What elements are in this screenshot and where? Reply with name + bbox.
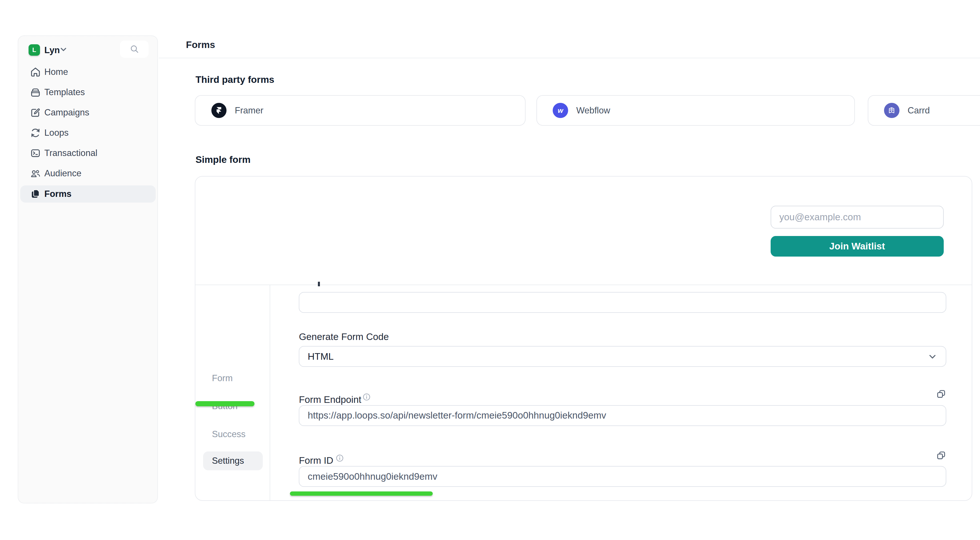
workspace-row[interactable]: L Lyn xyxy=(18,41,158,59)
sidebar-item-templates[interactable]: Templates xyxy=(20,84,156,101)
simple-form-heading: Simple form xyxy=(196,154,250,165)
copy-endpoint-icon[interactable] xyxy=(936,389,947,400)
form-id-highlight-bar xyxy=(290,491,433,496)
code-format-select[interactable]: HTML xyxy=(299,346,946,367)
tab-form[interactable]: Form xyxy=(203,369,263,388)
app-window: L Lyn Home Templates xyxy=(0,0,980,540)
carrd-logo-icon xyxy=(884,103,899,118)
form-tab-rail: Form Button Success Settings xyxy=(196,285,270,500)
form-id-input[interactable] xyxy=(299,466,946,487)
sidebar-item-label: Audience xyxy=(44,168,81,178)
tab-success[interactable]: Success xyxy=(203,425,263,444)
settings-highlight-bar xyxy=(196,401,255,406)
sidebar-item-label: Home xyxy=(44,67,68,77)
sidebar-item-forms[interactable]: Forms xyxy=(20,185,156,202)
sidebar-item-label: Templates xyxy=(44,87,85,97)
chevron-down-icon xyxy=(928,352,937,361)
templates-icon xyxy=(29,86,42,99)
sidebar-item-label: Campaigns xyxy=(44,107,89,118)
workspace-name: Lyn xyxy=(44,45,60,56)
settings-content: Generate Form Code HTML Form Endpoint Fo… xyxy=(270,285,972,500)
search-icon xyxy=(130,44,139,54)
third-party-card-framer[interactable]: Framer xyxy=(195,95,525,126)
info-icon[interactable] xyxy=(336,454,344,462)
clipped-label-fragment xyxy=(318,282,320,286)
third-party-heading: Third party forms xyxy=(196,74,274,85)
third-party-card-carrd[interactable]: Carrd xyxy=(868,95,980,126)
generate-form-code-label: Generate Form Code xyxy=(299,331,389,342)
preview-email-input[interactable] xyxy=(771,206,944,229)
sidebar-item-label: Forms xyxy=(44,189,72,199)
sidebar-item-label: Loops xyxy=(44,128,68,138)
forms-icon xyxy=(29,188,42,200)
webflow-logo-icon: w xyxy=(553,103,568,118)
loops-icon xyxy=(29,127,42,139)
search-button[interactable] xyxy=(120,41,148,58)
form-endpoint-input[interactable] xyxy=(299,405,946,426)
card-label: Carrd xyxy=(907,105,930,116)
page-title: Forms xyxy=(186,40,215,50)
sidebar-item-audience[interactable]: Audience xyxy=(20,165,156,182)
card-label: Framer xyxy=(235,105,263,116)
copy-form-id-icon[interactable] xyxy=(936,450,947,462)
clipped-top-input[interactable] xyxy=(299,292,946,313)
sidebar-item-label: Transactional xyxy=(44,148,97,158)
sidebar-item-campaigns[interactable]: Campaigns xyxy=(20,104,156,121)
campaigns-icon xyxy=(29,106,42,119)
workspace-avatar: L xyxy=(29,44,40,56)
code-format-value: HTML xyxy=(308,351,334,362)
sidebar-nav: Home Templates Campaigns Loops xyxy=(20,64,156,202)
simple-form-panel: Join Waitlist Form Button Success Settin… xyxy=(195,176,972,501)
sidebar: L Lyn Home Templates xyxy=(18,35,158,503)
form-preview: Join Waitlist xyxy=(196,177,972,285)
join-waitlist-button[interactable]: Join Waitlist xyxy=(771,236,944,256)
page-header: Forms xyxy=(159,0,980,58)
info-icon[interactable] xyxy=(363,393,371,401)
transactional-icon xyxy=(29,147,42,159)
card-label: Webflow xyxy=(576,105,610,116)
form-id-label: Form ID xyxy=(299,455,333,466)
sidebar-item-transactional[interactable]: Transactional xyxy=(20,145,156,162)
audience-icon xyxy=(29,167,42,180)
third-party-card-webflow[interactable]: w Webflow xyxy=(536,95,855,126)
sidebar-item-loops[interactable]: Loops xyxy=(20,124,156,142)
chevron-down-icon xyxy=(60,48,67,52)
sidebar-item-home[interactable]: Home xyxy=(20,64,156,81)
form-endpoint-label: Form Endpoint xyxy=(299,394,361,405)
home-icon xyxy=(29,66,42,78)
tab-settings[interactable]: Settings xyxy=(203,451,263,471)
framer-logo-icon xyxy=(212,103,226,118)
